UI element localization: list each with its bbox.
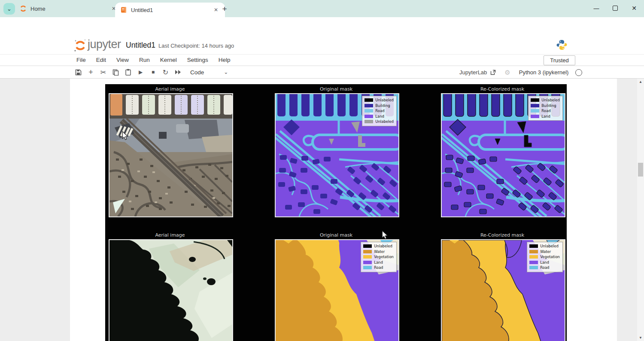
restart-run-all-button[interactable] xyxy=(172,67,184,78)
menu-edit[interactable]: Edit xyxy=(96,57,106,63)
legend-item: Land xyxy=(365,114,394,119)
scroll-up-icon[interactable]: ▲ xyxy=(637,80,644,84)
tab-title: Home xyxy=(30,6,110,12)
menu-view[interactable]: View xyxy=(116,57,129,63)
menu-kernel[interactable]: Kernel xyxy=(160,57,177,63)
legend-item: Unlabeled xyxy=(529,244,560,249)
legend-label: Vegetation xyxy=(374,255,394,259)
legend-swatch xyxy=(531,104,539,107)
legend-swatch xyxy=(529,244,538,248)
mask-legend: UnlabeledWaterVegetationLandRoad xyxy=(361,242,397,272)
window-close-button[interactable]: ✕ xyxy=(626,0,642,16)
mask-legend: UnlabeledWaterVegetationLandRoad xyxy=(527,242,563,272)
legend-label: Land xyxy=(375,114,384,119)
tab-title: Untitled1 xyxy=(131,7,212,13)
jupyter-wordmark[interactable]: jupyter xyxy=(88,38,121,51)
panel-title: Re-Colorized mask xyxy=(441,86,564,92)
aerial-photo xyxy=(109,240,232,341)
notebook-output-figure: Aerial image Original mask Re-Colorized … xyxy=(105,84,567,341)
legend-swatch xyxy=(531,115,539,118)
maximize-icon xyxy=(613,6,618,11)
restart-kernel-button[interactable]: ↻ xyxy=(159,67,172,78)
legend-item: Building xyxy=(365,103,394,109)
jupyter-favicon xyxy=(20,5,27,12)
original-mask-panel-2: UnlabeledWaterVegetationLandRoad xyxy=(275,239,399,341)
panel-title: Original mask xyxy=(275,232,398,238)
jupyter-logo-icon xyxy=(74,39,87,52)
menu-file[interactable]: File xyxy=(76,57,86,63)
legend-label: Unlabeled xyxy=(374,244,392,248)
legend-label: Unlabeled xyxy=(541,98,560,102)
legend-swatch xyxy=(529,255,538,259)
legend-label: Water xyxy=(540,250,551,254)
new-tab-button[interactable]: + xyxy=(219,3,230,15)
legend-item: Unlabeled xyxy=(365,119,394,125)
browser-tab-strip: ⌄ Home ✕ Untitled1 ✕ + — xyxy=(0,0,644,17)
aerial-image-panel-2 xyxy=(109,239,233,341)
legend-swatch xyxy=(529,266,538,269)
paste-cell-button[interactable] xyxy=(122,67,134,78)
close-icon: ✕ xyxy=(632,5,637,12)
copy-icon xyxy=(112,69,119,76)
panel-title: Original mask xyxy=(275,86,398,92)
cut-cell-button[interactable]: ✂ xyxy=(97,67,109,78)
external-link-icon[interactable] xyxy=(490,70,496,75)
menu-help[interactable]: Help xyxy=(219,57,231,63)
recolorized-mask-panel-1: UnlabeledBuildingRoadLand xyxy=(441,93,565,217)
browser-window: ⌄ Home ✕ Untitled1 ✕ + — xyxy=(0,0,644,341)
toolbar-right-group: JupyterLab ⚙ Python 3 (ipykernel) xyxy=(459,66,582,79)
python-logo-icon xyxy=(556,39,568,51)
checkpoint-status: Last Checkpoint: 14 hours ago xyxy=(158,43,234,49)
window-maximize-button[interactable] xyxy=(607,0,623,16)
save-button[interactable] xyxy=(72,67,85,78)
legend-swatch xyxy=(531,98,539,102)
kernel-name[interactable]: Python 3 (ipykernel) xyxy=(519,69,569,76)
legend-item: Unlabeled xyxy=(531,97,560,103)
legend-label: Land xyxy=(540,260,549,265)
browser-address-bar: ← → ↻ i localhost:8888/notebooks/Untitle… xyxy=(0,17,644,37)
legend-label: Building xyxy=(375,104,390,108)
legend-label: Unlabeled xyxy=(375,98,394,102)
legend-swatch xyxy=(363,266,372,269)
legend-item: Road xyxy=(529,265,560,271)
jupyter-header: jupyter Untitled1 Last Checkpoint: 14 ho… xyxy=(0,36,644,54)
menu-run[interactable]: Run xyxy=(139,57,150,63)
scrollbar-thumb[interactable] xyxy=(638,163,643,177)
run-cell-button[interactable]: ▶ xyxy=(134,67,147,78)
legend-swatch xyxy=(365,120,373,123)
legend-swatch xyxy=(365,98,373,102)
legend-swatch xyxy=(531,109,539,113)
legend-item: Land xyxy=(529,260,560,265)
legend-label: Land xyxy=(541,114,550,119)
legend-label: Unlabeled xyxy=(540,244,559,248)
cell-type-chevron-icon[interactable]: ⌄ xyxy=(224,69,228,75)
tab-search-button[interactable]: ⌄ xyxy=(3,3,15,15)
notebook-favicon xyxy=(120,6,127,13)
aerial-photo xyxy=(109,94,232,216)
legend-swatch xyxy=(365,104,373,107)
legend-swatch xyxy=(529,250,538,253)
cell-type-select[interactable]: Code xyxy=(190,69,204,76)
interrupt-kernel-button[interactable]: ■ xyxy=(147,67,159,78)
tab-untitled1[interactable]: Untitled1 ✕ xyxy=(115,3,225,17)
mask-legend: UnlabeledBuildingRoadLand xyxy=(528,96,563,121)
trusted-button[interactable]: Trusted xyxy=(544,55,575,65)
window-minimize-button[interactable]: — xyxy=(588,0,605,16)
jupyterlab-link[interactable]: JupyterLab xyxy=(459,69,487,76)
legend-swatch xyxy=(363,244,372,248)
legend-label: Building xyxy=(541,104,556,108)
gear-icon[interactable]: ⚙ xyxy=(504,69,510,76)
legend-swatch xyxy=(365,109,373,113)
legend-item: Land xyxy=(363,260,394,265)
copy-cell-button[interactable] xyxy=(109,67,122,78)
legend-swatch xyxy=(363,261,372,264)
menu-settings[interactable]: Settings xyxy=(187,57,208,63)
scroll-down-icon[interactable]: ▼ xyxy=(637,336,644,340)
panel-title: Aerial image xyxy=(109,232,231,238)
add-cell-button[interactable]: + xyxy=(85,67,97,78)
tab-home[interactable]: Home ✕ xyxy=(15,0,122,17)
notebook-title[interactable]: Untitled1 xyxy=(126,41,155,50)
page-scrollbar[interactable]: ▲ ▼ xyxy=(637,79,644,341)
chevron-down-icon: ⌄ xyxy=(7,6,12,12)
legend-label: Road xyxy=(540,265,549,270)
